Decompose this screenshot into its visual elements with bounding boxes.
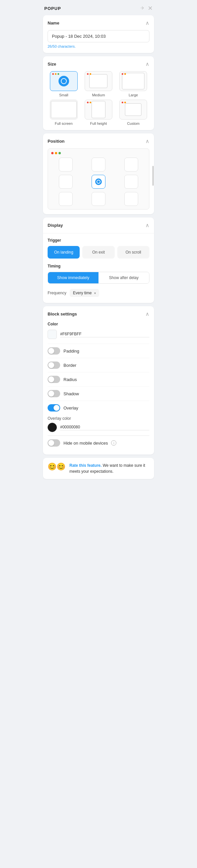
pos-btn-top-left[interactable] — [59, 158, 73, 172]
header-icons: ✕ — [140, 5, 153, 12]
close-icon[interactable]: ✕ — [148, 5, 153, 12]
position-section-title: Position — [48, 139, 65, 144]
color-row: #F6F9FBFF — [48, 330, 149, 339]
block-settings-section: Block settings ∧ Color #F6F9FBFF Padding… — [43, 306, 154, 455]
size-dots-custom — [122, 102, 126, 103]
pos-cell-tl — [51, 158, 81, 172]
name-section: Name ∧ 26/50 characters. — [43, 15, 154, 53]
block-settings-content: Color #F6F9FBFF Padding Border Radius — [43, 322, 154, 455]
position-dots — [51, 152, 146, 154]
char-count: 26/50 characters. — [48, 44, 149, 48]
size-dots-small — [52, 73, 59, 75]
pos-cell-tc — [84, 158, 113, 172]
radius-label: Radius — [64, 377, 77, 382]
trigger-btn-on-exit[interactable]: On exit — [82, 246, 114, 258]
radius-toggle[interactable] — [48, 376, 60, 383]
pos-btn-bot-right[interactable] — [124, 192, 138, 206]
overlay-swatch[interactable] — [48, 423, 57, 432]
size-inner-fullheight — [91, 101, 106, 118]
timing-row: Show immediately Show after delay — [48, 272, 149, 284]
trigger-label: Trigger — [48, 238, 149, 243]
color-section-label: Color — [48, 322, 149, 327]
position-grid-container — [48, 148, 149, 210]
footer-link[interactable]: Rate this feature. — [69, 463, 102, 468]
name-chevron-icon[interactable]: ∧ — [146, 20, 149, 26]
pos-btn-top-center[interactable] — [91, 158, 106, 172]
footer-emoji: 😊😊 — [48, 462, 66, 471]
timing-label: Timing — [48, 264, 149, 269]
timing-btn-show-immediately[interactable]: Show immediately — [48, 272, 98, 283]
scrollbar-track — [153, 133, 154, 214]
size-option-fullscreen[interactable]: Full screen — [48, 100, 80, 125]
trigger-row: On landing On exit On scroll — [48, 246, 149, 258]
display-content: Trigger On landing On exit On scroll Tim… — [43, 234, 154, 303]
overlay-toggle[interactable] — [48, 404, 60, 411]
scrollbar-thumb[interactable] — [152, 166, 154, 186]
size-inner-medium — [89, 74, 108, 88]
padding-label: Padding — [64, 349, 79, 353]
shadow-toggle[interactable] — [48, 390, 60, 397]
size-option-custom[interactable]: Custom — [117, 100, 149, 125]
dot-red — [87, 102, 89, 103]
timing-btn-show-after-delay[interactable]: Show after delay — [98, 272, 149, 283]
pos-cell-mr — [116, 175, 146, 189]
overlay-color-value[interactable]: #00000080 — [60, 425, 149, 430]
size-option-large[interactable]: Large — [117, 71, 149, 97]
dot-yellow — [55, 73, 56, 75]
size-box-fullscreen — [50, 100, 78, 120]
pos-cell-bc — [84, 192, 113, 206]
name-input[interactable] — [48, 30, 149, 42]
footer-text: Rate this feature. We want to make sure … — [69, 462, 149, 474]
block-settings-chevron-icon[interactable]: ∧ — [146, 311, 149, 317]
size-grid: Small Medium — [48, 71, 149, 125]
color-swatch[interactable] — [48, 330, 57, 339]
frequency-select[interactable]: Every time ▾ — [70, 289, 100, 297]
dot-red — [52, 73, 54, 75]
size-section: Size ∧ Small — [43, 56, 154, 130]
size-box-medium — [85, 71, 112, 91]
pos-btn-bot-center[interactable] — [91, 192, 106, 206]
pos-btn-mid-left[interactable] — [59, 175, 73, 189]
position-section-header: Position ∧ — [48, 138, 149, 144]
size-dots-fullheight — [87, 102, 91, 103]
pin-icon[interactable] — [140, 6, 145, 11]
trigger-btn-on-landing[interactable]: On landing — [48, 246, 80, 258]
color-value[interactable]: #F6F9FBFF — [60, 332, 149, 337]
pos-cell-ml — [51, 175, 81, 189]
hide-mobile-toggle[interactable] — [48, 439, 60, 446]
info-icon[interactable]: i — [111, 440, 116, 445]
pos-dot-green — [58, 152, 61, 154]
overlay-label: Overlay — [64, 406, 78, 410]
pos-btn-mid-center[interactable] — [91, 175, 106, 189]
padding-toggle[interactable] — [48, 347, 60, 354]
size-option-medium[interactable]: Medium — [82, 71, 114, 97]
size-label-fullscreen: Full screen — [55, 122, 73, 125]
size-label-medium: Medium — [92, 93, 105, 97]
overlay-color-label: Overlay color — [48, 416, 149, 421]
size-option-fullheight[interactable]: Full height — [82, 100, 114, 125]
pos-btn-top-right[interactable] — [124, 158, 138, 172]
dot-yellow — [124, 73, 126, 75]
border-toggle[interactable] — [48, 362, 60, 369]
size-box-fullheight — [85, 100, 112, 120]
trigger-btn-on-scroll[interactable]: On scroll — [117, 246, 149, 258]
name-section-header: Name ∧ — [48, 20, 149, 26]
dot-red — [122, 73, 123, 75]
frequency-row: Frequency Every time ▾ — [48, 289, 149, 297]
size-label-fullheight: Full height — [90, 122, 107, 125]
dot-yellow — [89, 102, 91, 103]
pos-dot-red — [51, 152, 53, 154]
position-chevron-icon[interactable]: ∧ — [146, 138, 149, 144]
display-chevron-icon[interactable]: ∧ — [146, 222, 149, 228]
size-option-small[interactable]: Small — [48, 71, 80, 97]
size-box-large — [119, 71, 147, 91]
size-chevron-icon[interactable]: ∧ — [146, 61, 149, 67]
block-settings-title: Block settings — [48, 311, 77, 316]
pos-cell-br — [116, 192, 146, 206]
pos-btn-bot-left[interactable] — [59, 192, 73, 206]
dot-red — [87, 73, 89, 75]
size-inner-custom — [125, 103, 142, 116]
pos-cell-tr — [116, 158, 146, 172]
panel-header: POPUP ✕ — [39, 0, 158, 15]
pos-btn-mid-right[interactable] — [124, 175, 138, 189]
